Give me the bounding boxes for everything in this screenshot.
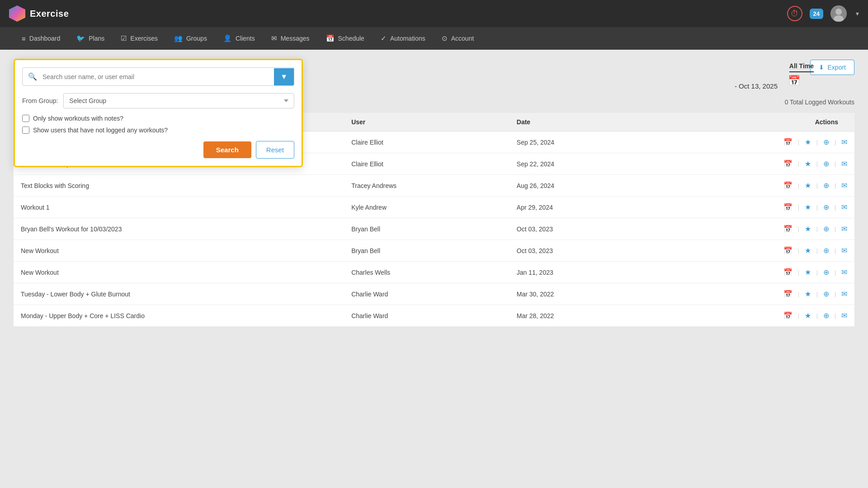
nav-label-schedule: Schedule <box>338 35 364 42</box>
email-action-icon[interactable]: ✉ <box>841 268 847 277</box>
calendar-icon[interactable]: 📅 <box>788 75 800 87</box>
row-user: Claire Elliot <box>351 160 517 168</box>
filter-panel: 🔍 ▼ From Group: Select Group Group A Gro… <box>14 59 303 167</box>
row-date: Sep 25, 2024 <box>517 139 682 146</box>
search-button[interactable]: Search <box>203 141 251 158</box>
timer-icon[interactable]: ⏱ <box>787 6 802 21</box>
row-name: New Workout <box>21 247 351 254</box>
nav-item-groups[interactable]: 👥 Groups <box>166 27 215 50</box>
action-divider: | <box>835 183 836 189</box>
row-date: Mar 30, 2022 <box>517 291 682 298</box>
action-divider: | <box>816 291 818 297</box>
notification-badge[interactable]: 24 <box>810 9 823 19</box>
email-action-icon[interactable]: ✉ <box>841 160 847 168</box>
add-action-icon[interactable]: ⊕ <box>823 203 829 211</box>
row-actions: 📅 | ★ | ⊕ | ✉ <box>682 225 847 233</box>
star-action-icon[interactable]: ★ <box>805 311 811 320</box>
nav-label-dashboard: Dashboard <box>29 35 61 42</box>
email-action-icon[interactable]: ✉ <box>841 290 847 298</box>
nav-item-messages[interactable]: ✉ Messages <box>263 27 318 50</box>
schedule-icon: 📅 <box>326 34 335 42</box>
from-group-row: From Group: Select Group Group A Group B… <box>22 93 294 108</box>
star-action-icon[interactable]: ★ <box>805 138 811 146</box>
nav-item-clients[interactable]: 👤 Clients <box>215 27 263 50</box>
star-action-icon[interactable]: ★ <box>805 225 811 233</box>
calendar-action-icon[interactable]: 📅 <box>783 181 793 190</box>
top-bar-right: ⏱ 24 ▾ <box>787 5 859 22</box>
row-user: Charlie Ward <box>351 312 517 319</box>
email-action-icon[interactable]: ✉ <box>841 311 847 320</box>
row-user: Charles Wells <box>351 269 517 276</box>
nav-bar: ≡ Dashboard 🐦 Plans ☑ Exercises 👥 Groups… <box>0 27 868 50</box>
calendar-action-icon[interactable]: 📅 <box>783 290 793 298</box>
action-divider: | <box>798 139 799 145</box>
star-action-icon[interactable]: ★ <box>805 246 811 255</box>
action-divider: | <box>835 226 836 232</box>
calendar-action-icon[interactable]: 📅 <box>783 268 793 277</box>
calendar-action-icon[interactable]: 📅 <box>783 225 793 233</box>
plans-icon: 🐦 <box>76 34 85 42</box>
nav-item-automations[interactable]: ✓ Automations <box>373 27 434 50</box>
no-workouts-checkbox-row: Show users that have not logged any work… <box>22 127 294 134</box>
calendar-action-icon[interactable]: 📅 <box>783 246 793 255</box>
add-action-icon[interactable]: ⊕ <box>823 225 829 233</box>
action-divider: | <box>835 248 836 254</box>
email-action-icon[interactable]: ✉ <box>841 203 847 211</box>
add-action-icon[interactable]: ⊕ <box>823 268 829 277</box>
nav-item-exercises[interactable]: ☑ Exercises <box>113 27 166 50</box>
row-date: Apr 29, 2024 <box>517 204 682 211</box>
action-divider: | <box>816 226 818 232</box>
action-divider: | <box>816 204 818 211</box>
search-input[interactable] <box>42 73 274 80</box>
action-divider: | <box>798 226 799 232</box>
email-action-icon[interactable]: ✉ <box>841 225 847 233</box>
dashboard-icon: ≡ <box>22 35 26 42</box>
nav-label-messages: Messages <box>281 35 310 42</box>
avatar-dropdown-icon[interactable]: ▾ <box>856 10 859 17</box>
add-action-icon[interactable]: ⊕ <box>823 290 829 298</box>
avatar[interactable] <box>830 5 847 22</box>
add-action-icon[interactable]: ⊕ <box>823 160 829 168</box>
calendar-action-icon[interactable]: 📅 <box>783 160 793 168</box>
no-workouts-checkbox[interactable] <box>22 127 29 134</box>
export-button[interactable]: ⬇ Export <box>810 60 854 75</box>
add-action-icon[interactable]: ⊕ <box>823 181 829 190</box>
top-bar: Exercise ⏱ 24 ▾ <box>0 0 868 27</box>
nav-item-plans[interactable]: 🐦 Plans <box>68 27 113 50</box>
star-action-icon[interactable]: ★ <box>805 268 811 277</box>
group-select[interactable]: Select Group Group A Group B Group C <box>63 93 294 108</box>
notes-checkbox[interactable] <box>22 115 29 122</box>
row-name: Monday - Upper Body + Core + LISS Cardio <box>21 312 351 319</box>
filter-toggle-button[interactable]: ▼ <box>274 68 294 85</box>
nav-item-schedule[interactable]: 📅 Schedule <box>318 27 373 50</box>
reset-button[interactable]: Reset <box>256 141 294 159</box>
email-action-icon[interactable]: ✉ <box>841 138 847 146</box>
action-divider: | <box>798 248 799 254</box>
star-action-icon[interactable]: ★ <box>805 160 811 168</box>
add-action-icon[interactable]: ⊕ <box>823 246 829 255</box>
nav-item-account[interactable]: ⊙ Account <box>434 27 482 50</box>
star-action-icon[interactable]: ★ <box>805 290 811 298</box>
tab-all-time[interactable]: All Time <box>789 62 814 72</box>
star-action-icon[interactable]: ★ <box>805 203 811 211</box>
calendar-action-icon[interactable]: 📅 <box>783 138 793 146</box>
logo-area: Exercise <box>9 5 69 22</box>
add-action-icon[interactable]: ⊕ <box>823 311 829 320</box>
clients-icon: 👤 <box>223 34 232 42</box>
from-group-label: From Group: <box>22 97 58 104</box>
email-action-icon[interactable]: ✉ <box>841 246 847 255</box>
export-icon: ⬇ <box>819 64 824 71</box>
row-user: Bryan Bell <box>351 225 517 233</box>
calendar-action-icon[interactable]: 📅 <box>783 311 793 320</box>
search-row: 🔍 ▼ <box>22 67 294 86</box>
exercises-icon: ☑ <box>121 34 127 42</box>
automations-icon: ✓ <box>381 34 387 42</box>
email-action-icon[interactable]: ✉ <box>841 181 847 190</box>
calendar-action-icon[interactable]: 📅 <box>783 203 793 211</box>
add-action-icon[interactable]: ⊕ <box>823 138 829 146</box>
action-divider: | <box>835 291 836 297</box>
nav-item-dashboard[interactable]: ≡ Dashboard <box>14 27 68 50</box>
action-divider: | <box>798 313 799 319</box>
star-action-icon[interactable]: ★ <box>805 181 811 190</box>
row-name: Bryan Bell's Workout for 10/03/2023 <box>21 225 351 233</box>
